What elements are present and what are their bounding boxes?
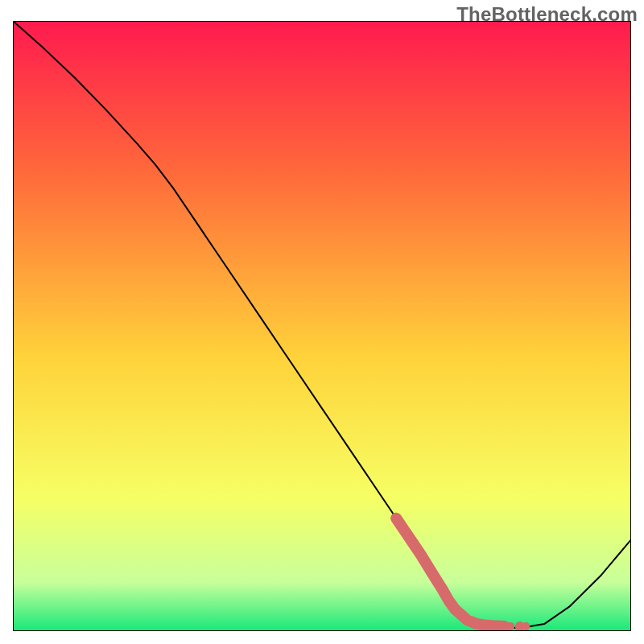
optimal-dot [522,622,530,630]
watermark-text: TheBottleneck.com [456,3,638,26]
chart-root: TheBottleneck.com [0,0,644,644]
optimal-dot [506,622,514,630]
plot-area [13,21,631,631]
gradient-background [13,21,631,631]
chart-svg [13,21,631,631]
optimal-dots [506,621,530,631]
